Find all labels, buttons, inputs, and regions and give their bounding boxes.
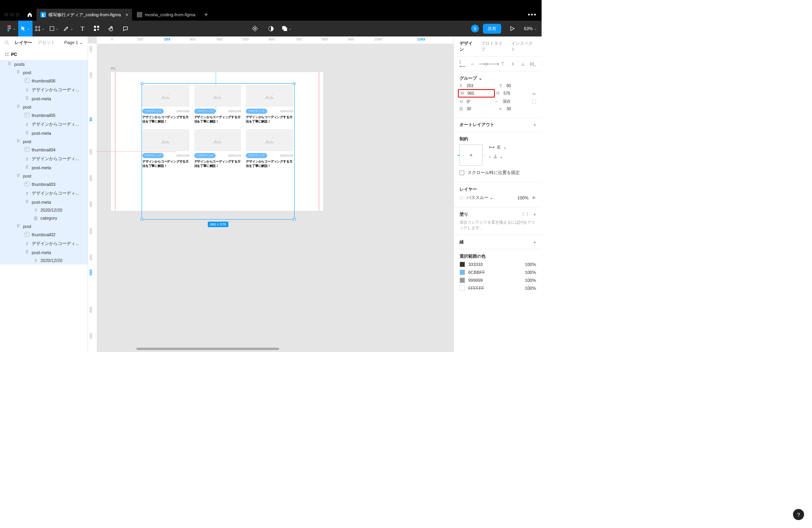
text-tool-button[interactable]: T [75,21,90,36]
layer-row[interactable]: ⠿post-meta [0,248,88,256]
w-field[interactable]: W960 [458,89,495,98]
layer-row[interactable]: ⠿post-meta [0,163,88,172]
mask-icon[interactable] [264,21,278,36]
design-tab[interactable]: デザイン [460,40,476,52]
canvas-scrollbar[interactable] [136,348,279,350]
component-icon[interactable] [248,21,262,36]
h-field[interactable]: H578 [496,91,529,96]
constraint-h-select[interactable]: ⟷ 左 ⌄ [489,144,536,150]
figma-fav-icon: ◧ [40,12,46,17]
layer-row[interactable]: ⠿post [0,68,88,77]
layer-row[interactable]: thumbnail03 [0,180,88,189]
browser-more-icon[interactable]: ••• [528,11,537,18]
page-selector[interactable]: Page 1 ⌄ [64,40,83,45]
home-button[interactable] [24,12,36,17]
layer-row[interactable]: ⠿post-meta [0,94,88,103]
text-icon: T [25,191,29,196]
main-menu-button[interactable] [4,21,18,36]
layer-row[interactable]: thumbnail04 [0,145,88,154]
assets-tab[interactable]: アセット [38,40,55,46]
prototype-tab[interactable]: プロトタイプ [481,40,506,52]
corner-detail-icon[interactable]: ⛶ [532,99,536,104]
layer-row[interactable]: Tデザインからコーディ... [0,85,88,94]
color-row[interactable]: 6CBBFF 100% [460,270,536,275]
color-hex: FFFFFF [468,286,484,291]
layer-label: thumbnail06 [32,78,56,83]
blend-icon[interactable]: ◌ [460,195,463,200]
shape-tool-button[interactable] [47,21,61,36]
fill-style-button[interactable]: ⋮⋮ [521,212,530,217]
gap-h-field[interactable]: ]I[30 [460,107,496,111]
boolean-icon[interactable] [280,21,294,36]
frame-tool-button[interactable] [33,21,47,36]
search-icon[interactable] [5,40,9,45]
zoom-level[interactable]: 63% [523,21,538,36]
layer-row[interactable]: T2020/12/20 [0,206,88,214]
resources-button[interactable] [90,21,104,36]
link-wh-icon[interactable]: ⫘ [532,91,536,96]
layer-row[interactable]: ⠿posts [0,60,88,68]
layer-row[interactable]: ⠿post-meta [0,198,88,206]
add-stroke-button[interactable]: + [534,240,536,245]
constraint-diagram[interactable] [460,144,483,166]
visibility-icon[interactable]: 👁 [532,195,536,200]
move-tool-button[interactable] [18,21,33,36]
inspect-tab[interactable]: インスペクト [511,40,536,52]
constraints-title: 制約 [460,136,536,142]
pen-tool-button[interactable] [61,21,75,36]
layer-row[interactable]: ⠿post [0,103,88,111]
group-icon: ⠿ [25,130,29,136]
close-icon[interactable]: × [126,12,128,17]
color-row[interactable]: 999999 100% [460,277,536,283]
frame-label[interactable]: PC [111,67,116,71]
x-field[interactable]: X203 [460,84,496,88]
layer-row[interactable]: Tデザインからコーディ... [0,154,88,163]
color-row[interactable]: 333333 100% [460,262,536,267]
alignment-controls[interactable]: |⟵↔⟶|⟵⟶⊤⫴⊥|⫴|⌄ [460,61,536,67]
section-group-title: グループ ⌄ [460,75,536,81]
layer-label: post-meta [32,250,51,255]
browser-tab-active[interactable]: ◧ 模写修行メディア_coding-from-figma × [36,9,132,21]
layer-row[interactable]: ⠿post [0,137,88,145]
group-icon: ⠿ [16,70,21,75]
layer-row[interactable]: |||category [0,214,88,222]
browser-tab[interactable]: mosha_coding-from-figma [133,9,199,21]
layer-section-title: レイヤー [460,186,536,192]
layer-label: post [23,105,31,109]
layer-row[interactable]: ⠿post-meta [0,129,88,137]
layer-label: 2020/12/20 [40,208,62,212]
layer-label: post-meta [32,200,51,205]
comment-tool-button[interactable] [118,21,132,36]
layers-tab[interactable]: レイヤー [15,40,32,46]
layer-row[interactable]: Tデザインからコーディ... [0,239,88,248]
user-avatar[interactable]: S [471,25,479,33]
rotation-field[interactable]: ⟲0° [460,99,492,104]
add-fill-button[interactable]: + [534,212,536,217]
svg-rect-7 [97,26,99,28]
present-button[interactable] [505,21,519,36]
layer-row[interactable]: ⠿post [0,222,88,230]
canvas-area[interactable]: PC プログラミング2020/12/20 デザインからコーディングする方法を丁寧… [97,44,454,352]
layer-row[interactable]: ⠿post [0,172,88,180]
layer-row[interactable]: thumbnail02 [0,230,88,239]
fix-scroll-checkbox[interactable] [460,170,464,175]
hand-tool-button[interactable] [104,21,118,36]
layer-row[interactable]: T2020/12/20 [0,256,88,264]
group-icon: ⠿ [7,61,12,67]
y-field[interactable]: Y80 [500,84,536,88]
frame-row[interactable]: PC [0,49,88,60]
layer-label: post-meta [32,131,51,136]
color-row[interactable]: FFFFFF 100% [460,285,536,291]
layer-row[interactable]: thumbnail05 [0,111,88,120]
constraint-v-select[interactable]: ↕ 上 ⌄ [489,154,536,159]
layer-row[interactable]: Tデザインからコーディ... [0,189,88,198]
share-button[interactable]: 共有 [483,24,501,34]
layer-row[interactable]: thumbnail06 [0,77,88,85]
blend-mode-select[interactable]: パススルー ⌄ [467,195,493,201]
new-tab-button[interactable]: + [200,11,212,18]
corner-field[interactable]: ⌐混在 [496,99,529,104]
gap-v-field[interactable]: ≡30 [500,107,536,111]
add-autolayout-button[interactable]: + [534,122,536,127]
layer-row[interactable]: Tデザインからコーディ... [0,120,88,129]
layer-opacity[interactable]: 100% [517,195,529,200]
